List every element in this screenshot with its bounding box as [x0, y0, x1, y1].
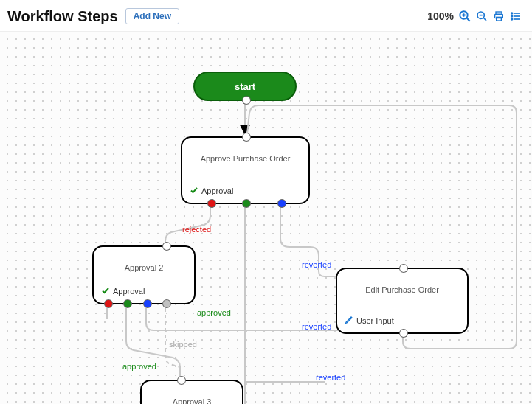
node-start-label: start	[235, 81, 255, 92]
node-title: Approval 3	[142, 381, 242, 404]
edge-label-rejected: rejected	[182, 225, 212, 234]
node-title: Approve Purchase Order	[182, 138, 308, 163]
edge-label-reverted3: reverted	[315, 373, 346, 382]
port-rejected[interactable]	[208, 200, 215, 207]
port-reverted[interactable]	[144, 300, 151, 307]
node-approve-po[interactable]: Approve Purchase Order Approval	[181, 136, 310, 204]
zoom-percent-label: 100%	[427, 10, 454, 22]
port-skipped[interactable]	[163, 300, 170, 307]
edge-label-approved: approved	[196, 308, 232, 317]
node-action-row: User Input	[345, 316, 394, 326]
port-in[interactable]	[178, 377, 185, 384]
node-approval-2[interactable]: Approval 2 Approval	[92, 245, 196, 304]
svg-line-1	[466, 18, 470, 21]
zoom-in-icon[interactable]	[457, 9, 472, 24]
header: Workflow Steps Add New 100%	[0, 0, 532, 31]
port-approved[interactable]	[124, 300, 131, 307]
pencil-icon	[345, 316, 353, 326]
node-title: Edit Purchase Order	[337, 269, 467, 294]
node-action-label: User Input	[356, 316, 394, 325]
node-action-row: Approval	[101, 286, 145, 296]
port-rejected[interactable]	[105, 300, 112, 307]
zoom-out-icon[interactable]	[474, 9, 489, 24]
port-out[interactable]	[243, 97, 250, 104]
check-icon	[101, 286, 110, 296]
node-start[interactable]: start	[193, 72, 297, 101]
node-action-label: Approval	[201, 187, 233, 195]
port-approved[interactable]	[243, 200, 250, 207]
edge-label-reverted2: reverted	[301, 322, 332, 331]
port-out[interactable]	[400, 330, 407, 337]
list-icon[interactable]	[508, 9, 523, 24]
node-title: Approval 2	[94, 247, 194, 272]
svg-point-12	[511, 18, 513, 20]
node-action-label: Approval	[113, 287, 145, 296]
svg-line-5	[483, 18, 486, 21]
port-in[interactable]	[400, 265, 407, 272]
workflow-canvas[interactable]: start Approve Purchase Order Approval Ap…	[0, 31, 532, 404]
port-reverted[interactable]	[278, 200, 286, 207]
add-new-button[interactable]: Add New	[125, 8, 179, 24]
header-left: Workflow Steps Add New	[7, 8, 179, 25]
edge-label-approved2: approved	[122, 362, 157, 371]
edge-label-skipped: skipped	[168, 340, 198, 349]
svg-point-10	[511, 13, 513, 14]
check-icon	[190, 186, 198, 196]
header-right-toolbar: 100%	[427, 9, 523, 24]
edge-label-reverted1: reverted	[301, 260, 332, 269]
print-icon[interactable]	[491, 9, 506, 24]
node-edit-po[interactable]: Edit Purchase Order User Input	[336, 268, 469, 334]
node-approval-3[interactable]: Approval 3	[140, 380, 243, 404]
page-title: Workflow Steps	[7, 8, 118, 25]
svg-point-11	[511, 15, 513, 17]
port-in[interactable]	[243, 133, 250, 141]
port-in[interactable]	[163, 243, 170, 250]
node-action-row: Approval	[190, 186, 233, 196]
